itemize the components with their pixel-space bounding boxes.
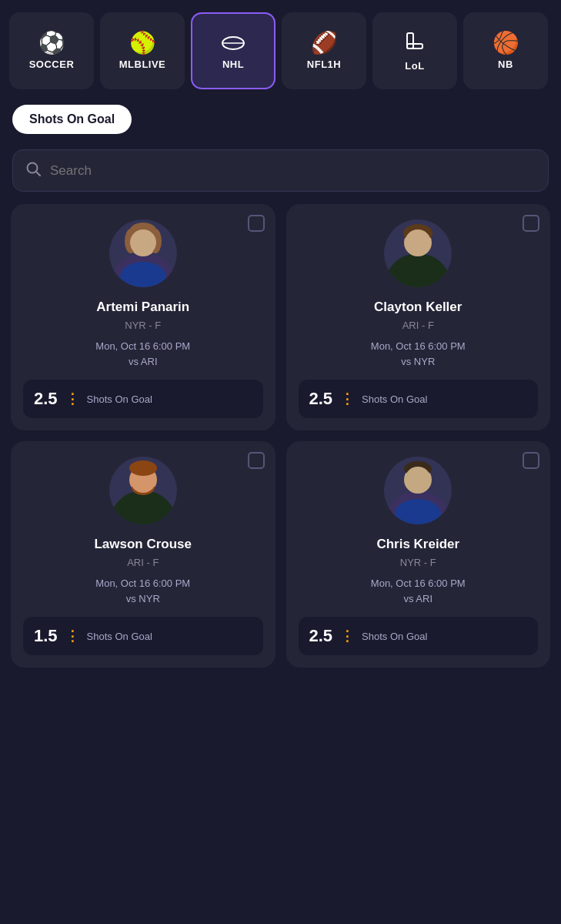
player-card-kreider: Chris Kreider NYR - F Mon, Oct 16 6:00 P…	[286, 441, 551, 668]
filter-section: Shots On Goal	[0, 95, 561, 143]
crouse-avatar	[109, 457, 177, 524]
search-bar	[12, 149, 549, 192]
tab-lol[interactable]: LoL	[372, 12, 457, 89]
tab-nb[interactable]: 🏀 NB	[463, 12, 548, 89]
crouse-team: ARI - F	[127, 557, 159, 568]
keller-game: Mon, Oct 16 6:00 PM vs NYR	[371, 339, 466, 369]
tab-nfl1h[interactable]: 🏈 NFL1H	[282, 12, 366, 89]
kreider-avatar	[384, 457, 452, 524]
svg-rect-2	[407, 33, 413, 49]
keller-name: Clayton Keller	[374, 300, 462, 315]
tab-nhl[interactable]: NHL	[191, 12, 275, 89]
panarin-team: NYR - F	[125, 320, 161, 331]
keller-avatar	[384, 219, 452, 287]
crouse-checkbox[interactable]	[248, 452, 265, 469]
panarin-avatar	[109, 219, 177, 287]
nhl-label: NHL	[222, 59, 244, 70]
keller-stat-divider: ⋮	[340, 390, 354, 407]
crouse-stat-value: 1.5	[34, 626, 58, 646]
kreider-stat-label: Shots On Goal	[362, 631, 427, 642]
lol-label: LoL	[405, 60, 424, 72]
kreider-name: Chris Kreider	[376, 537, 459, 552]
player-card-keller: Clayton Keller ARI - F Mon, Oct 16 6:00 …	[286, 204, 551, 430]
svg-point-16	[405, 229, 431, 256]
panarin-checkbox[interactable]	[248, 215, 265, 232]
panarin-stat-value: 2.5	[34, 389, 58, 409]
mlblive-icon: 🥎	[129, 32, 156, 54]
svg-point-11	[130, 229, 156, 256]
nhl-icon	[222, 32, 245, 54]
shots-on-goal-filter[interactable]: Shots On Goal	[12, 105, 132, 134]
panarin-stat-label: Shots On Goal	[87, 393, 152, 405]
soccer-label: SOCCER	[29, 59, 75, 70]
keller-stat-bar: 2.5 ⋮ Shots On Goal	[299, 380, 539, 418]
kreider-team: NYR - F	[400, 557, 436, 568]
tab-mlblive[interactable]: 🥎 MLBLIVE	[100, 12, 185, 89]
crouse-game: Mon, Oct 16 6:00 PM vs NYR	[95, 576, 190, 606]
keller-stat-label: Shots On Goal	[362, 393, 427, 405]
nb-icon: 🏀	[493, 32, 519, 54]
panarin-stat-divider: ⋮	[65, 390, 79, 407]
kreider-checkbox[interactable]	[523, 452, 539, 469]
nb-label: NB	[498, 59, 513, 70]
crouse-stat-divider: ⋮	[65, 628, 79, 644]
svg-point-22	[129, 460, 157, 476]
sport-tabs-container: ⚽ SOCCER 🥎 MLBLIVE NHL 🏈 NFL1H LoL 🏀	[0, 0, 561, 95]
svg-rect-3	[407, 44, 422, 49]
crouse-stat-bar: 1.5 ⋮ Shots On Goal	[23, 617, 263, 655]
panarin-game: Mon, Oct 16 6:00 PM vs ARI	[95, 339, 190, 369]
soccer-icon: ⚽	[38, 32, 65, 54]
kreider-stat-divider: ⋮	[340, 628, 354, 644]
nfl1h-label: NFL1H	[307, 59, 341, 70]
kreider-stat-bar: 2.5 ⋮ Shots On Goal	[299, 617, 539, 655]
nfl1h-icon: 🏈	[311, 32, 338, 54]
kreider-game: Mon, Oct 16 6:00 PM vs ARI	[371, 576, 466, 606]
keller-team: ARI - F	[402, 320, 434, 331]
kreider-stat-value: 2.5	[309, 626, 333, 646]
players-grid: Artemi Panarin NYR - F Mon, Oct 16 6:00 …	[0, 204, 561, 678]
panarin-name: Artemi Panarin	[96, 300, 189, 315]
svg-point-27	[405, 467, 431, 493]
keller-stat-value: 2.5	[309, 389, 333, 409]
keller-checkbox[interactable]	[523, 215, 539, 232]
search-section	[0, 143, 561, 204]
player-card-panarin: Artemi Panarin NYR - F Mon, Oct 16 6:00 …	[11, 204, 275, 430]
tab-soccer[interactable]: ⚽ SOCCER	[9, 12, 94, 89]
crouse-stat-label: Shots On Goal	[87, 631, 152, 642]
search-icon	[25, 161, 41, 180]
crouse-name: Lawson Crouse	[94, 537, 192, 552]
panarin-stat-bar: 2.5 ⋮ Shots On Goal	[23, 380, 263, 418]
lol-icon	[404, 30, 426, 55]
mlblive-label: MLBLIVE	[119, 59, 166, 70]
svg-line-5	[36, 172, 40, 176]
player-card-crouse: Lawson Crouse ARI - F Mon, Oct 16 6:00 P…	[11, 441, 275, 668]
search-input[interactable]	[50, 163, 536, 179]
